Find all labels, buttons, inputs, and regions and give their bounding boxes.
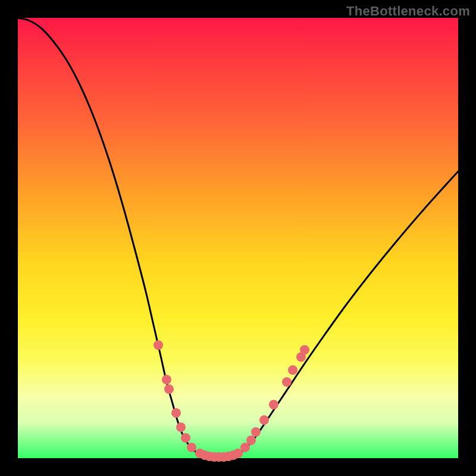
marker-dot [300, 345, 309, 355]
marker-dot [246, 436, 256, 445]
marker-dot [162, 375, 171, 384]
chart-svg [18, 18, 458, 458]
bottleneck-curve [18, 18, 458, 458]
curve-line [18, 18, 458, 458]
marker-dot [288, 365, 298, 375]
plot-area [18, 18, 458, 458]
marker-dot [181, 433, 190, 443]
marker-dot [164, 384, 174, 394]
scatter-markers [154, 340, 309, 462]
marker-dot [269, 400, 278, 409]
marker-dot [259, 415, 269, 425]
marker-dot [154, 340, 163, 350]
marker-dot [176, 422, 186, 432]
marker-dot [171, 408, 181, 418]
chart-frame: TheBottleneck.com [0, 0, 476, 476]
marker-dot [187, 443, 196, 452]
watermark-text: TheBottleneck.com [346, 4, 470, 19]
marker-dot [251, 427, 261, 437]
marker-dot [282, 377, 292, 387]
